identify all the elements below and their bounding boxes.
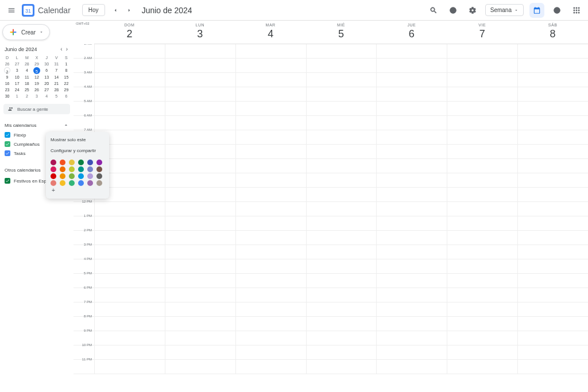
mini-prev-button[interactable]: ‹: [59, 46, 63, 52]
time-cell[interactable]: [235, 173, 306, 187]
time-cell[interactable]: [94, 202, 165, 216]
settings-icon[interactable]: [466, 3, 479, 17]
color-swatch[interactable]: [78, 173, 84, 179]
mini-day[interactable]: 10: [12, 74, 22, 80]
my-calendars-header[interactable]: Mis calendarios: [2, 120, 71, 130]
time-cell[interactable]: [94, 59, 165, 72]
color-swatch[interactable]: [96, 180, 102, 186]
time-cell[interactable]: [94, 102, 165, 115]
day-header[interactable]: JUE6: [376, 21, 447, 44]
color-swatch[interactable]: [60, 180, 65, 186]
time-cell[interactable]: [447, 116, 517, 130]
mini-day[interactable]: 2: [22, 93, 32, 99]
time-cell[interactable]: [447, 302, 517, 316]
mini-day[interactable]: 16: [2, 80, 12, 87]
time-cell[interactable]: [517, 73, 588, 87]
time-cell[interactable]: [376, 59, 447, 72]
time-cell[interactable]: [235, 274, 306, 288]
calendar-checkbox[interactable]: [5, 141, 10, 147]
day-header[interactable]: LUN3: [165, 21, 235, 44]
mini-day[interactable]: 26: [2, 61, 12, 67]
time-cell[interactable]: [235, 102, 306, 115]
time-cell[interactable]: [517, 360, 588, 374]
time-cell[interactable]: [165, 130, 235, 144]
time-cell[interactable]: [376, 302, 447, 316]
time-cell[interactable]: [306, 87, 377, 101]
time-cell[interactable]: [165, 216, 235, 230]
mini-day[interactable]: 17: [12, 80, 22, 87]
mini-day[interactable]: 7: [52, 67, 61, 74]
color-swatch[interactable]: [60, 166, 65, 172]
time-cell[interactable]: [447, 73, 517, 87]
calendar-checkbox[interactable]: [5, 132, 10, 138]
mini-day[interactable]: 27: [12, 61, 22, 67]
time-cell[interactable]: [94, 216, 165, 230]
mini-day[interactable]: 15: [61, 74, 71, 80]
time-cell[interactable]: [306, 274, 377, 288]
time-cell[interactable]: [517, 44, 588, 58]
mini-day[interactable]: 18: [22, 80, 32, 87]
time-cell[interactable]: [165, 159, 235, 173]
mini-day[interactable]: 9: [2, 74, 12, 80]
search-people-input[interactable]: Buscar a gente: [3, 104, 70, 114]
time-cell[interactable]: [165, 44, 235, 58]
time-cell[interactable]: [517, 173, 588, 187]
time-cell[interactable]: [235, 302, 306, 316]
time-cell[interactable]: [235, 259, 306, 273]
mini-day[interactable]: 1: [12, 93, 22, 99]
time-cell[interactable]: [517, 245, 588, 259]
time-cell[interactable]: [447, 188, 517, 201]
time-cell[interactable]: [447, 360, 517, 374]
mini-day[interactable]: 2: [4, 67, 10, 73]
time-cell[interactable]: [165, 87, 235, 101]
time-cell[interactable]: [94, 360, 165, 374]
time-cell[interactable]: [165, 274, 235, 288]
time-cell[interactable]: [376, 130, 447, 144]
mini-day[interactable]: 26: [32, 87, 41, 93]
configure-share-item[interactable]: Configurar y compartir: [46, 145, 109, 156]
time-cell[interactable]: [165, 245, 235, 259]
time-cell[interactable]: [306, 346, 377, 359]
time-cell[interactable]: [94, 87, 165, 101]
time-cell[interactable]: [376, 216, 447, 230]
time-cell[interactable]: [447, 245, 517, 259]
time-cell[interactable]: [376, 346, 447, 359]
time-cell[interactable]: [94, 245, 165, 259]
time-cell[interactable]: [376, 245, 447, 259]
time-cell[interactable]: [235, 188, 306, 201]
time-cell[interactable]: [376, 87, 447, 101]
mini-day[interactable]: 29: [32, 61, 41, 67]
time-cell[interactable]: [447, 288, 517, 302]
time-cell[interactable]: [306, 145, 377, 158]
time-cell[interactable]: [306, 317, 377, 331]
time-cell[interactable]: [235, 216, 306, 230]
time-cell[interactable]: [376, 173, 447, 187]
time-cell[interactable]: [447, 159, 517, 173]
time-cell[interactable]: [306, 231, 377, 244]
time-cell[interactable]: [447, 145, 517, 158]
mini-day[interactable]: 30: [2, 93, 12, 99]
color-swatch[interactable]: [60, 160, 65, 165]
time-cell[interactable]: [235, 288, 306, 302]
time-cell[interactable]: [94, 288, 165, 302]
time-cell[interactable]: [306, 202, 377, 216]
time-cell[interactable]: [165, 188, 235, 201]
time-cell[interactable]: [447, 331, 517, 345]
color-swatch[interactable]: [87, 173, 93, 179]
time-cell[interactable]: [306, 331, 377, 345]
time-cell[interactable]: [306, 259, 377, 273]
time-cell[interactable]: [517, 331, 588, 345]
time-cell[interactable]: [376, 274, 447, 288]
next-week-button[interactable]: [123, 5, 135, 16]
color-swatch[interactable]: [69, 180, 75, 186]
view-selector[interactable]: Semana: [485, 4, 524, 16]
time-cell[interactable]: [376, 145, 447, 158]
time-cell[interactable]: [165, 73, 235, 87]
time-cell[interactable]: [447, 130, 517, 144]
mini-day[interactable]: 12: [32, 74, 41, 80]
time-cell[interactable]: [94, 346, 165, 359]
mini-day[interactable]: 19: [32, 80, 41, 87]
create-button[interactable]: Crear: [2, 24, 50, 40]
time-cell[interactable]: [306, 73, 377, 87]
time-cell[interactable]: [235, 231, 306, 244]
